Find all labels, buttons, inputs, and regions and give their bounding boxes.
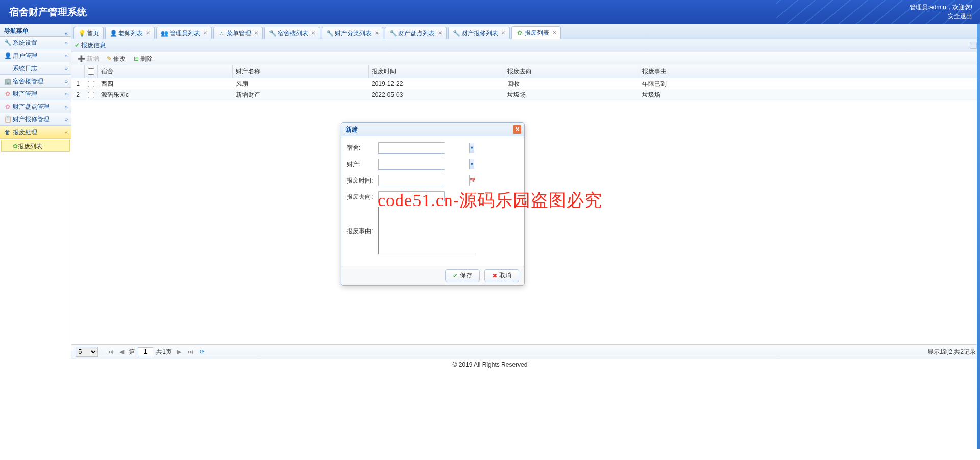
footer: © 2019 All Rights Reserved (0, 359, 980, 370)
asset-combo[interactable]: ▼ (378, 159, 445, 170)
tree-scrap-list[interactable]: ✿报废列表 (1, 140, 70, 152)
tab-scrap-list[interactable]: ✿报废列表✕ (511, 26, 561, 39)
col-where[interactable]: 报废去向 (504, 65, 639, 78)
asset-icon: ✿ (4, 88, 11, 100)
wrench-icon: 🔧 (326, 30, 333, 37)
reason-textarea[interactable] (378, 207, 476, 254)
dorm-input[interactable] (379, 143, 469, 153)
list-icon: ✿ (516, 29, 523, 36)
pencil-icon: ✎ (107, 52, 112, 65)
asset-input[interactable] (379, 159, 469, 169)
close-icon[interactable]: ✕ (552, 27, 556, 38)
sidebar-item-dorm[interactable]: 🏢宿舍楼管理» (0, 75, 71, 88)
col-time[interactable]: 报废时间 (369, 65, 504, 78)
label-asset: 财产: (347, 159, 378, 169)
tab-home[interactable]: 💡首页 (74, 27, 104, 39)
wrench-icon: 🔧 (453, 30, 460, 37)
chevrons-down-icon: » (65, 113, 68, 126)
close-icon[interactable]: ✕ (254, 28, 258, 39)
user-icon: 👤 (110, 30, 117, 37)
check-icon: ✔ (75, 42, 80, 49)
tab-asset-inv[interactable]: 🔧财产盘点列表✕ (385, 27, 447, 39)
col-name[interactable]: 财产名称 (233, 65, 369, 78)
sidebar-title: 导航菜单« (0, 24, 71, 37)
scrap-icon: 🗑 (4, 126, 11, 139)
cancel-button[interactable]: ✖取消 (484, 269, 519, 282)
calendar-icon[interactable]: 📅 (469, 175, 475, 186)
col-dorm[interactable]: 宿舍 (98, 65, 233, 78)
row-checkbox[interactable] (88, 81, 94, 87)
sidebar-item-scrap[interactable]: 🗑报废处理« (0, 126, 71, 139)
wrench-icon: 🔧 (4, 37, 11, 49)
table-row[interactable]: 1 西四 风扇 2019-12-22 回收 年限已到 (71, 78, 980, 89)
chevrons-down-icon: » (65, 49, 68, 62)
inventory-icon: ✿ (4, 100, 11, 113)
sidebar-item-repair[interactable]: 📋财产报修管理» (0, 113, 71, 126)
lightbulb-icon: 💡 (78, 30, 85, 37)
content-area: 💡首页 👤老师列表✕ 👥管理员列表✕ ⛬菜单管理✕ 🔧宿舍楼列表✕ 🔧财产分类列… (71, 24, 980, 359)
edit-button[interactable]: ✎修改 (104, 52, 129, 65)
tab-teachers[interactable]: 👤老师列表✕ (105, 27, 155, 39)
chevrons-down-icon: » (65, 88, 68, 100)
sidebar-item-system[interactable]: 🔧系统设置» (0, 37, 71, 49)
dialog-title[interactable]: 新建✕ (341, 123, 524, 136)
wrench-icon: 🔧 (389, 30, 397, 37)
table-row[interactable]: 2 源码乐园c 新增财产 2022-05-03 垃圾场 垃圾场 (71, 89, 980, 100)
pager: 5 | ⏮ ◀ 第 共1页 ▶ ⏭ ⟳ 显示1到2,共2记录 (71, 344, 980, 359)
close-icon[interactable]: ✕ (375, 28, 379, 39)
check-icon: ✔ (453, 272, 458, 279)
logout-link[interactable]: 安全退出 (948, 13, 972, 20)
refresh-icon[interactable]: ⟳ (198, 345, 206, 359)
app-title: 宿舍财产管理系统 (0, 0, 980, 24)
time-input[interactable] (379, 175, 469, 186)
close-icon[interactable]: ✕ (311, 28, 315, 39)
tab-asset-cat[interactable]: 🔧财产分类列表✕ (322, 27, 383, 39)
tab-dorms[interactable]: 🔧宿舍楼列表✕ (264, 27, 320, 39)
close-icon[interactable]: ✕ (438, 28, 442, 39)
add-button[interactable]: ➕新增 (75, 52, 102, 65)
time-datebox[interactable]: 📅 (378, 175, 445, 186)
row-checkbox[interactable] (88, 92, 94, 98)
close-icon[interactable]: ✕ (513, 125, 521, 134)
tab-admins[interactable]: 👥管理员列表✕ (156, 27, 212, 39)
app-header: 宿舍财产管理系统 管理员:admin，欢迎您! 安全退出 (0, 0, 980, 24)
tree-icon: ⛬ (218, 30, 225, 37)
grid-body: 1 西四 风扇 2019-12-22 回收 年限已到 2 源码乐园c 新增财产 … (71, 78, 980, 100)
page-input[interactable] (138, 347, 153, 356)
chevrons-down-icon: » (65, 100, 68, 113)
sidebar-item-log[interactable]: 系统日志» (0, 62, 71, 75)
scrollbar[interactable] (977, 24, 980, 449)
tab-asset-repair[interactable]: 🔧财产报修列表✕ (448, 27, 510, 39)
sidebar-item-asset[interactable]: ✿财产管理» (0, 88, 71, 100)
first-page-icon[interactable]: ⏮ (106, 345, 115, 359)
close-icon[interactable]: ✕ (146, 28, 150, 39)
sidebar-item-inventory[interactable]: ✿财产盘点管理» (0, 100, 71, 113)
chevrons-down-icon: » (65, 75, 68, 88)
minus-icon: ⊟ (134, 52, 139, 65)
select-all-checkbox[interactable] (88, 68, 94, 75)
close-icon[interactable]: ✕ (501, 28, 505, 39)
chevrons-down-icon: » (65, 62, 68, 75)
label-dorm: 宿舍: (347, 142, 378, 152)
chevrons-down-icon: » (65, 37, 68, 49)
label-time: 报废时间: (347, 175, 378, 185)
sidebar-item-users[interactable]: 👤用户管理» (0, 49, 71, 62)
close-icon[interactable]: ✕ (203, 28, 207, 39)
tab-menus[interactable]: ⛬菜单管理✕ (213, 27, 263, 39)
delete-button[interactable]: ⊟删除 (131, 52, 156, 65)
sidebar: 导航菜单« 🔧系统设置» 👤用户管理» 系统日志» 🏢宿舍楼管理» ✿财产管理»… (0, 24, 71, 359)
dorm-combo[interactable]: ▼ (378, 142, 445, 154)
last-page-icon[interactable]: ⏭ (186, 345, 195, 359)
save-button[interactable]: ✔保存 (445, 269, 480, 282)
chevron-down-icon[interactable]: ▼ (469, 143, 474, 153)
user-icon: 👤 (4, 49, 11, 62)
chevron-down-icon[interactable]: ▼ (469, 159, 474, 169)
next-page-icon[interactable]: ▶ (175, 345, 183, 359)
where-input[interactable] (378, 191, 445, 201)
list-icon: ✿ (13, 143, 18, 150)
page-size-select[interactable]: 5 (76, 347, 98, 357)
panel-collapse-icon[interactable] (970, 42, 977, 49)
cancel-icon: ✖ (492, 272, 497, 279)
prev-page-icon[interactable]: ◀ (118, 345, 126, 359)
col-reason[interactable]: 报废事由 (639, 65, 980, 78)
